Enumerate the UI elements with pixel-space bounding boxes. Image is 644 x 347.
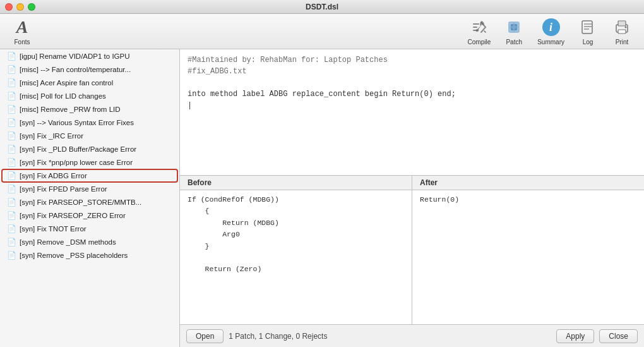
print-icon <box>612 17 632 37</box>
sidebar-item-8[interactable]: 📄 [syn] Fix *pnp/pnp lower case Error <box>2 156 177 169</box>
compile-button[interactable]: Compile <box>463 15 496 48</box>
sidebar-item-label: [syn] Fix TNOT Error <box>20 225 86 233</box>
file-icon: 📄 <box>7 65 16 74</box>
sidebar-item-14[interactable]: 📄 [syn] Remove _DSM methods <box>2 236 177 248</box>
sidebar-item-13[interactable]: 📄 [syn] Fix TNOT Error <box>2 222 177 235</box>
sidebar-item-4[interactable]: 📄 [misc] Remove _PRW from LID <box>2 103 177 116</box>
code-line-3 <box>188 77 636 88</box>
sidebar-item-label: [misc] Acer Aspire fan control <box>20 79 113 87</box>
file-icon: 📄 <box>7 251 16 260</box>
content-panel: #Maintained by: RehabMan for: Laptop Pat… <box>180 49 644 347</box>
log-icon <box>578 17 598 37</box>
sidebar-item-1[interactable]: 📄 [misc] --> Fan control/temperatur... <box>2 63 177 76</box>
sidebar-item-label: [syn] Fix FPED Parse Error <box>20 185 107 193</box>
file-icon: 📄 <box>7 224 16 233</box>
sidebar-item-label: [syn] Fix ADBG Error <box>20 172 87 180</box>
close-button[interactable]: Close <box>599 329 638 343</box>
fonts-label: Fonts <box>14 39 30 46</box>
apply-button[interactable]: Apply <box>556 329 594 343</box>
sidebar-item-5[interactable]: 📄 [syn] --> Various Syntax Error Fixes <box>2 116 177 129</box>
bottom-bar: Open 1 Patch, 1 Change, 0 Rejects Apply … <box>180 324 644 347</box>
window-controls <box>5 3 35 11</box>
file-icon: 📄 <box>7 118 16 127</box>
file-icon: 📄 <box>7 185 16 193</box>
patch-label: Patch <box>506 39 522 46</box>
code-comment-1: #Maintained by: RehabMan for: Laptop Pat… <box>188 56 388 64</box>
window-title: DSDT.dsl <box>306 3 338 11</box>
svg-rect-0 <box>473 23 479 25</box>
sidebar-item-label: [syn] Fix _IRC Error <box>20 132 83 140</box>
sidebar-item-6[interactable]: 📄 [syn] Fix _IRC Error <box>2 130 177 142</box>
diff-header: Before After <box>180 176 644 190</box>
open-button[interactable]: Open <box>186 329 224 343</box>
sidebar-item-3[interactable]: 📄 [misc] Poll for LID changes <box>2 90 177 102</box>
title-bar: DSDT.dsl <box>0 0 644 14</box>
file-icon: 📄 <box>7 92 16 100</box>
sidebar-item-label: [misc] Poll for LID changes <box>20 92 106 100</box>
summary-label: Summary <box>537 39 564 46</box>
diff-before-label: Before <box>180 176 412 190</box>
file-icon: 📄 <box>7 105 16 114</box>
sidebar-item-label: [syn] Fix PARSEOP_ZERO Error <box>20 212 126 219</box>
file-icon: 📄 <box>7 171 16 180</box>
sidebar-item-11[interactable]: 📄 [syn] Fix PARSEOP_STORE/MMTB... <box>2 196 177 209</box>
sidebar-item-label: [syn] Fix PARSEOP_STORE/MMTB... <box>20 198 141 206</box>
code-line-2: #fix_ADBG.txt <box>188 66 636 77</box>
fonts-button[interactable]: A Fonts <box>6 15 38 48</box>
sidebar-item-10[interactable]: 📄 [syn] Fix FPED Parse Error <box>2 183 177 195</box>
sidebar-item-0[interactable]: 📄 [igpu] Rename VID/ADP1 to IGPU <box>2 50 177 63</box>
close-button[interactable] <box>5 3 13 11</box>
file-icon: 📄 <box>7 198 16 207</box>
diff-panel: Before After If (CondRefOf (MDBG)) { Ret… <box>180 176 644 347</box>
compile-label: Compile <box>468 39 491 46</box>
code-editor[interactable]: #Maintained by: RehabMan for: Laptop Pat… <box>180 49 644 176</box>
patch-icon <box>504 17 524 37</box>
toolbar: A Fonts Compile <box>0 14 644 49</box>
minimize-button[interactable] <box>16 3 24 11</box>
main-area: 📄 [igpu] Rename VID/ADP1 to IGPU 📄 [misc… <box>0 49 644 347</box>
code-line-1: #Maintained by: RehabMan for: Laptop Pat… <box>188 54 636 66</box>
maximize-button[interactable] <box>28 3 35 11</box>
print-button[interactable]: Print <box>606 15 638 48</box>
svg-rect-7 <box>582 21 592 33</box>
code-cursor: | <box>188 101 192 110</box>
sidebar-item-9[interactable]: 📄 [syn] Fix ADBG Error <box>2 169 177 182</box>
svg-rect-6 <box>509 26 519 28</box>
patch-status: 1 Patch, 1 Change, 0 Rejects <box>229 332 551 341</box>
file-icon: 📄 <box>7 158 16 167</box>
code-comment-2: #fix_ADBG.txt <box>188 67 247 76</box>
sidebar-item-label: [igpu] Rename VID/ADP1 to IGPU <box>20 52 130 60</box>
code-cursor-line: | <box>188 100 636 111</box>
sidebar-item-label: [syn] Remove _PSS placeholders <box>20 252 128 259</box>
svg-point-14 <box>625 27 627 28</box>
sidebar-item-label: [misc] --> Fan control/temperatur... <box>20 66 131 73</box>
sidebar-item-15[interactable]: 📄 [syn] Remove _PSS placeholders <box>2 249 177 262</box>
sidebar-item-7[interactable]: 📄 [syn] Fix _PLD Buffer/Package Error <box>2 143 177 155</box>
sidebar-item-label: [syn] --> Various Syntax Error Fixes <box>20 119 134 126</box>
summary-button[interactable]: i Summary <box>532 15 569 48</box>
sidebar-item-label: [misc] Remove _PRW from LID <box>20 106 121 113</box>
file-icon: 📄 <box>7 131 16 140</box>
print-label: Print <box>616 39 629 46</box>
sidebar: 📄 [igpu] Rename VID/ADP1 to IGPU 📄 [misc… <box>0 49 180 347</box>
summary-icon: i <box>541 17 561 37</box>
sidebar-item-12[interactable]: 📄 [syn] Fix PARSEOP_ZERO Error <box>2 209 177 222</box>
compile-icon <box>469 17 489 37</box>
fonts-icon: A <box>12 17 32 37</box>
log-button[interactable]: Log <box>572 15 604 48</box>
svg-rect-1 <box>473 27 477 28</box>
diff-content[interactable]: If (CondRefOf (MDBG)) { Return (MDBG) Ar… <box>180 190 644 324</box>
code-text-4: into method label ADBG replace_content b… <box>188 90 456 99</box>
diff-after-label: After <box>412 176 644 190</box>
sidebar-item-label: [syn] Fix _PLD Buffer/Package Error <box>20 145 136 153</box>
file-icon: 📄 <box>7 78 16 87</box>
sidebar-item-2[interactable]: 📄 [misc] Acer Aspire fan control <box>2 76 177 89</box>
bottom-bar-right: Apply Close <box>556 329 638 343</box>
log-label: Log <box>583 39 593 46</box>
file-icon: 📄 <box>7 238 16 247</box>
diff-after-code: Return(0) <box>412 190 644 324</box>
sidebar-item-label: [syn] Remove _DSM methods <box>20 238 116 246</box>
patch-button[interactable]: Patch <box>498 15 530 48</box>
code-line-4: into method label ADBG replace_content b… <box>188 88 636 100</box>
file-icon: 📄 <box>7 145 16 154</box>
